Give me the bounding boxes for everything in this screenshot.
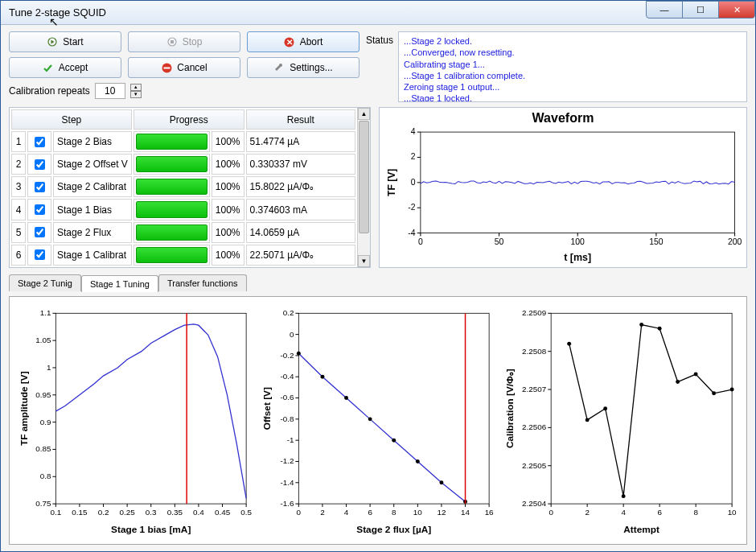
svg-text:200: 200 xyxy=(728,237,742,246)
progress-pct: 100% xyxy=(212,131,244,152)
stop-label: Stop xyxy=(183,36,203,47)
svg-text:0.2: 0.2 xyxy=(283,308,294,317)
row-check[interactable] xyxy=(27,176,51,197)
svg-point-149 xyxy=(658,327,662,331)
table-row[interactable]: 2Stage 2 Offset V100%0.330337 mV xyxy=(11,154,355,175)
svg-text:0.95: 0.95 xyxy=(35,390,51,399)
result-value: 0.330337 mV xyxy=(246,154,355,175)
accept-button[interactable]: Accept xyxy=(9,57,121,78)
svg-text:0.3: 0.3 xyxy=(146,508,157,517)
status-label: Status xyxy=(366,31,393,102)
minimize-button[interactable]: — xyxy=(646,1,683,19)
svg-text:2: 2 xyxy=(411,153,416,162)
row-check[interactable] xyxy=(27,222,51,243)
cancel-label: Cancel xyxy=(177,62,207,73)
svg-text:1: 1 xyxy=(47,363,51,372)
svg-text:8: 8 xyxy=(693,508,698,517)
svg-point-114 xyxy=(439,480,443,484)
svg-text:✕: ✕ xyxy=(286,37,293,46)
cal-repeats-input[interactable] xyxy=(95,83,125,99)
table-row[interactable]: 3Stage 2 Calibrat100%15.8022 µA/Φₒ xyxy=(11,176,355,197)
scroll-thumb[interactable] xyxy=(359,121,369,233)
svg-text:-2: -2 xyxy=(408,203,416,212)
maximize-button[interactable]: ☐ xyxy=(682,1,719,19)
svg-text:Calibration [V/Φₒ]: Calibration [V/Φₒ] xyxy=(504,369,516,448)
svg-text:0.1: 0.1 xyxy=(50,508,61,517)
col-result[interactable]: Result xyxy=(246,109,355,130)
svg-text:-0.4: -0.4 xyxy=(280,372,294,381)
svg-text:-1: -1 xyxy=(287,435,294,444)
close-button[interactable]: ✕ xyxy=(718,1,755,19)
row-check[interactable] xyxy=(27,245,51,266)
svg-text:14: 14 xyxy=(461,508,470,517)
svg-point-151 xyxy=(694,373,698,377)
progress-pct: 100% xyxy=(212,154,244,175)
svg-rect-7 xyxy=(163,67,170,68)
svg-text:0: 0 xyxy=(411,178,416,187)
svg-text:t [ms]: t [ms] xyxy=(564,252,591,263)
svg-text:2.2508: 2.2508 xyxy=(522,347,547,356)
svg-text:0.45: 0.45 xyxy=(215,508,231,517)
stop-button[interactable]: Stop xyxy=(128,31,240,52)
window-title: Tune 2-stage SQUID xyxy=(9,6,106,19)
scroll-up-icon[interactable]: ▲ xyxy=(358,108,370,120)
result-value: 14.0659 µA xyxy=(246,222,355,243)
step-name: Stage 2 Bias xyxy=(53,131,132,152)
wrench-icon xyxy=(273,62,285,73)
svg-text:0: 0 xyxy=(549,508,553,517)
row-check[interactable] xyxy=(27,199,51,220)
svg-text:1.05: 1.05 xyxy=(35,336,51,344)
svg-text:150: 150 xyxy=(649,237,664,246)
settings-button[interactable]: Settings... xyxy=(247,57,360,78)
svg-text:-4: -4 xyxy=(408,229,416,237)
progress-pct: 100% xyxy=(212,245,244,266)
cancel-button[interactable]: Cancel xyxy=(128,57,240,78)
svg-text:0: 0 xyxy=(418,237,423,246)
svg-point-153 xyxy=(730,388,734,392)
spin-down-icon[interactable]: ▼ xyxy=(130,91,142,98)
progress-bar xyxy=(134,199,210,220)
svg-point-147 xyxy=(622,494,626,498)
steps-table[interactable]: Step Progress Result 1Stage 2 Bias100%51… xyxy=(10,108,357,267)
svg-text:0.85: 0.85 xyxy=(35,444,51,453)
svg-text:0.15: 0.15 xyxy=(72,508,88,517)
tab-stage2[interactable]: Stage 2 Tunig xyxy=(9,274,81,291)
svg-rect-3 xyxy=(171,40,174,43)
svg-point-111 xyxy=(368,417,372,421)
spin-up-icon[interactable]: ▲ xyxy=(130,84,142,91)
tab-transfer[interactable]: Transfer functions xyxy=(158,274,247,291)
step-name: Stage 2 Calibrat xyxy=(53,176,132,197)
table-row[interactable]: 5Stage 2 Flux100%14.0659 µA xyxy=(11,222,355,243)
svg-point-109 xyxy=(320,375,324,379)
table-row[interactable]: 6Stage 1 Calibrat100%22.5071 µA/Φₒ xyxy=(11,245,355,266)
cal-repeats-spinner[interactable]: ▲ ▼ xyxy=(130,84,142,98)
svg-text:-0.2: -0.2 xyxy=(280,351,294,360)
result-value: 22.5071 µA/Φₒ xyxy=(246,245,355,266)
svg-text:2.2507: 2.2507 xyxy=(522,385,546,393)
status-log[interactable]: ...Stage 2 locked....Converged, now rese… xyxy=(398,31,747,102)
settings-label: Settings... xyxy=(290,62,332,73)
table-row[interactable]: 1Stage 2 Bias100%51.4774 µA xyxy=(11,131,355,152)
row-check[interactable] xyxy=(27,154,51,175)
svg-text:8: 8 xyxy=(392,508,396,517)
scroll-down-icon[interactable]: ▼ xyxy=(358,255,370,267)
row-check[interactable] xyxy=(27,131,51,152)
titlebar[interactable]: Tune 2-stage SQUID ↖ — ☐ ✕ xyxy=(1,1,755,25)
svg-text:TF amplitude [V]: TF amplitude [V] xyxy=(18,371,30,446)
waveform-title: Waveform xyxy=(383,111,743,126)
table-scrollbar[interactable]: ▲ ▼ xyxy=(357,108,370,267)
svg-text:2: 2 xyxy=(585,508,589,517)
col-progress[interactable]: Progress xyxy=(134,109,244,130)
start-button[interactable]: Start xyxy=(9,31,121,52)
row-num: 4 xyxy=(11,199,26,220)
svg-rect-119 xyxy=(551,313,732,504)
svg-text:Attempt: Attempt xyxy=(623,524,659,535)
result-value: 0.374603 mA xyxy=(246,199,355,220)
svg-text:10: 10 xyxy=(728,508,737,517)
abort-button[interactable]: ✕ Abort xyxy=(247,31,360,52)
svg-text:1.1: 1.1 xyxy=(40,308,51,317)
tab-stage1[interactable]: Stage 1 Tuning xyxy=(81,275,158,292)
cal-repeats-label: Calibration repeats xyxy=(9,85,90,97)
table-row[interactable]: 4Stage 1 Bias100%0.374603 mA xyxy=(11,199,355,220)
col-step[interactable]: Step xyxy=(11,109,132,130)
